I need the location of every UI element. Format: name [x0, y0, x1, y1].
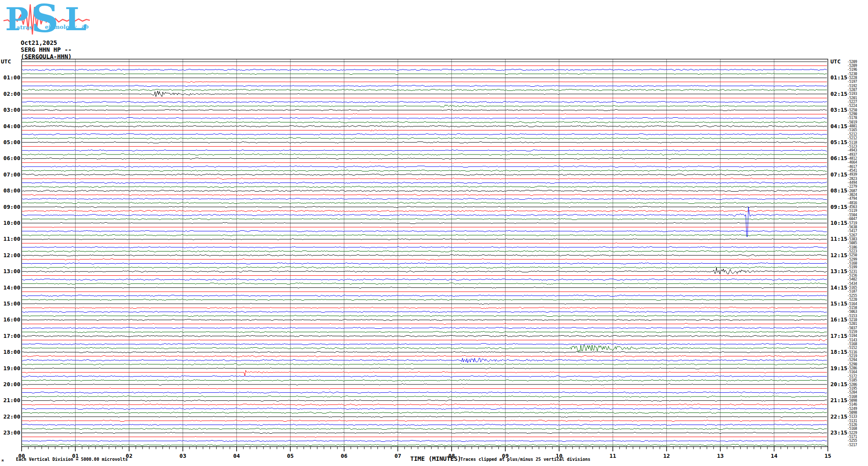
trace-value: -6047 [847, 217, 857, 221]
hour-label-right: 15:15 [830, 300, 847, 307]
hour-label-right: 16:15 [830, 316, 847, 323]
hour-label-right: 18:15 [830, 349, 847, 355]
clip-note: Traces clipped at plus/minus 25 vertical… [460, 457, 590, 462]
scale-note: Each Vertical Division = 5000.00 microvo… [16, 457, 128, 462]
seismo-trace [22, 223, 827, 224]
hour-label-left: 05:00 [0, 139, 20, 145]
trace-value: -5156 [847, 274, 857, 277]
seismo-trace [22, 319, 827, 321]
seismo-trace [22, 142, 827, 143]
seismo-trace [22, 166, 827, 167]
seismo-trace [22, 130, 827, 132]
helicorder-plot [0, 0, 868, 466]
seismo-trace [22, 331, 827, 333]
seismo-trace [22, 267, 827, 268]
hour-label-left: 03:00 [0, 107, 20, 113]
seismo-trace [22, 118, 827, 119]
hour-label-left: 19:00 [0, 365, 20, 372]
seismo-trace [22, 352, 827, 353]
trace-value: -5212 [847, 132, 857, 136]
hour-label-left: 02:00 [0, 91, 20, 97]
seismo-trace [22, 158, 827, 159]
trace-value: -5197 [847, 80, 857, 84]
trace-value: -5290 [847, 362, 857, 366]
trace-value: -5255 [847, 294, 857, 298]
trace-value: -5383 [847, 237, 857, 241]
hour-label-left: 15:00 [0, 300, 20, 307]
utc-label-left: UTC [1, 58, 21, 65]
seismo-trace [22, 174, 827, 175]
seismo-trace [22, 227, 827, 227]
seismo-trace [22, 343, 827, 345]
seismo-trace [22, 230, 827, 232]
trace-value: -5185 [847, 378, 857, 382]
hour-label-right: 12:15 [830, 252, 847, 258]
seismo-trace [22, 162, 827, 163]
trace-value: -5290 [847, 112, 857, 116]
hour-label-left: 17:00 [0, 333, 20, 339]
seismo-trace [22, 303, 827, 305]
trace-value: -5165 [847, 286, 857, 290]
seismo-trace [22, 91, 827, 97]
hour-label-right: 14:15 [830, 284, 847, 291]
trace-value: -5209 [847, 60, 857, 64]
trace-value: -5207 [847, 88, 857, 92]
trace-value: -5417 [847, 229, 857, 233]
seismo-trace [22, 416, 827, 417]
seismo-trace [22, 82, 827, 83]
hour-label-right: 01:15 [830, 74, 847, 81]
seismo-trace [22, 134, 827, 135]
trace-value: -5206 [847, 383, 857, 387]
seismo-trace [22, 315, 827, 317]
trace-value: -5159 [847, 330, 857, 334]
seismo-trace [22, 283, 827, 284]
seismo-trace [22, 263, 827, 264]
helicorder-page: P atras S eismology L ab Oct21,2025 SERG… [0, 0, 868, 466]
trace-value: -5504 [847, 213, 857, 217]
hour-label-left: 22:00 [0, 413, 20, 420]
hour-label-left: 08:00 [0, 187, 20, 194]
hour-label-left: 13:00 [0, 268, 20, 274]
x-axis-title: TIME (MINUTES) [410, 455, 461, 462]
seismo-trace [22, 186, 827, 187]
trace-value: -5201 [847, 96, 857, 100]
trace-value: -5210 [847, 318, 857, 322]
seismo-trace [22, 299, 827, 300]
minute-label: 06 [337, 453, 352, 459]
seismo-trace [22, 202, 827, 204]
minute-label: 07 [390, 453, 405, 459]
seismo-trace [22, 122, 827, 123]
seismo-trace [22, 368, 827, 369]
hour-label-left: 23:00 [0, 429, 20, 436]
trace-value: -5231 [847, 270, 857, 274]
seismo-trace [22, 150, 827, 151]
trace-value: -4943 [847, 148, 857, 152]
trace-value: -4794 [847, 197, 857, 201]
trace-value: -4494 [847, 181, 857, 185]
minute-label: 12 [659, 453, 674, 459]
minute-label: 05 [283, 453, 298, 459]
seismo-trace [22, 242, 827, 244]
trace-value: -5219 [847, 354, 857, 358]
trace-value: -5250 [847, 253, 857, 257]
trace-value: -5286 [847, 366, 857, 370]
trace-value: -5227 [847, 100, 857, 104]
seismo-trace [22, 396, 827, 397]
trace-value: -5195 [847, 387, 857, 390]
seismo-trace [22, 190, 827, 192]
trace-value: -5193 [847, 92, 857, 96]
seismo-trace [22, 408, 827, 409]
minute-label: 15 [820, 453, 835, 459]
trace-value: -5168 [847, 427, 857, 431]
seismo-trace [22, 247, 827, 248]
trace-value: -5160 [847, 261, 857, 265]
seismo-trace [22, 268, 827, 274]
seismo-trace [22, 412, 827, 413]
hour-label-right: 07:15 [830, 171, 847, 178]
seismo-trace [22, 255, 827, 256]
trace-value: -4937 [847, 153, 857, 157]
hour-label-right: 09:15 [830, 204, 847, 210]
trace-value: -5131 [847, 419, 857, 423]
seismo-trace [22, 311, 827, 312]
seismo-trace [22, 392, 827, 393]
